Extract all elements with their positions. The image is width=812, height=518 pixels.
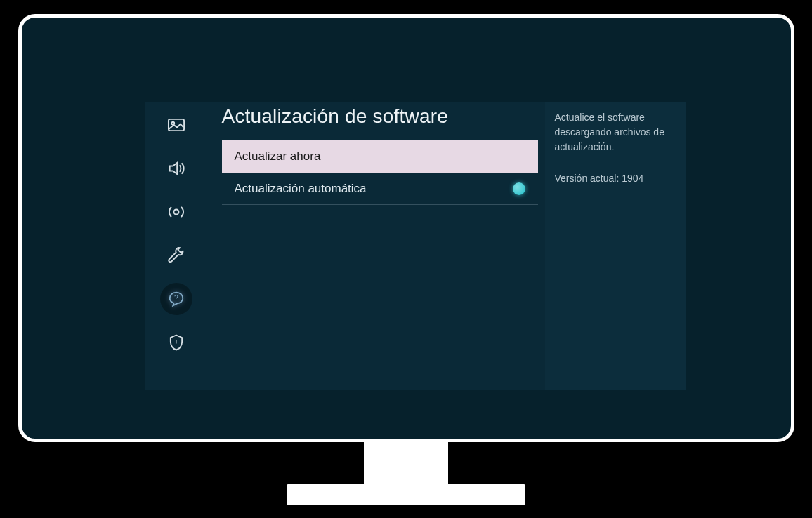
settings-sidebar: ? !: [145, 102, 208, 390]
info-version: Versión actual: 1904: [555, 171, 676, 186]
broadcast-icon: [166, 202, 186, 222]
info-description: Actualice el software descargando archiv…: [555, 110, 676, 154]
sidebar-item-sound[interactable]: [160, 152, 192, 185]
sidebar-item-broadcast[interactable]: [160, 196, 192, 228]
monitor-frame: ? ! Actualización de software Actualizar…: [18, 14, 794, 505]
settings-screen: ? ! Actualización de software Actualizar…: [145, 102, 686, 390]
support-icon: ?: [166, 289, 186, 309]
toggle-on-indicator[interactable]: [513, 182, 525, 195]
sidebar-item-support[interactable]: ?: [160, 283, 192, 315]
svg-text:?: ?: [174, 293, 178, 302]
shield-icon: !: [166, 333, 186, 352]
page-title: Actualización de software: [222, 105, 538, 128]
sound-icon: [166, 159, 186, 178]
monitor-bezel: ? ! Actualización de software Actualizar…: [18, 14, 794, 442]
menu-item-auto-update[interactable]: Actualización automática: [222, 173, 538, 205]
sidebar-item-picture[interactable]: [160, 109, 192, 141]
svg-text:!: !: [175, 338, 177, 347]
info-panel: Actualice el software descargando archiv…: [545, 102, 686, 390]
menu-item-label: Actualización automática: [235, 182, 367, 196]
sidebar-item-general[interactable]: [160, 239, 192, 272]
main-panel: Actualización de software Actualizar aho…: [208, 102, 545, 390]
menu-item-label: Actualizar ahora: [235, 150, 321, 164]
menu-item-update-now[interactable]: Actualizar ahora: [222, 140, 538, 173]
wrench-icon: [166, 246, 186, 265]
monitor-stand-neck: [364, 442, 448, 484]
svg-point-2: [173, 210, 178, 215]
picture-icon: [166, 115, 186, 135]
monitor-stand-base: [287, 484, 525, 505]
sidebar-item-privacy[interactable]: !: [160, 326, 192, 359]
